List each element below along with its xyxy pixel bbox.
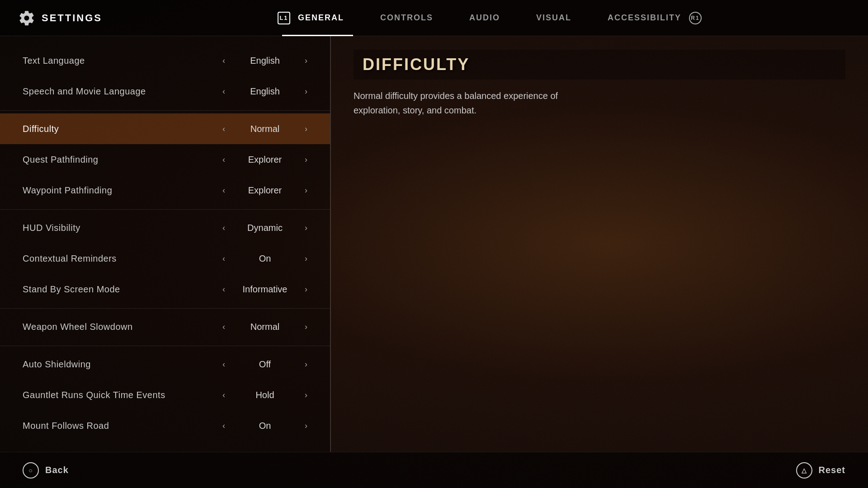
setting-text-language[interactable]: Text Language ‹ English › <box>0 45 330 76</box>
chevron-right-icon[interactable]: › <box>305 390 307 400</box>
footer: ○ Back △ Reset <box>0 452 868 488</box>
auto-shieldwing-control: ‹ Off › <box>222 359 307 370</box>
header: SETTINGS L1 GENERAL CONTROLS AUDIO VISUA… <box>0 0 868 36</box>
setting-gauntlet-runs-qte[interactable]: Gauntlet Runs Quick Time Events ‹ Hold › <box>0 380 330 410</box>
speech-language-control: ‹ English › <box>222 86 307 97</box>
setting-mount-follows-road[interactable]: Mount Follows Road ‹ On › <box>0 410 330 441</box>
chevron-left-icon[interactable]: ‹ <box>222 186 225 195</box>
gear-icon <box>18 9 35 27</box>
auto-shieldwing-label: Auto Shieldwing <box>23 359 222 370</box>
setting-speech-language[interactable]: Speech and Movie Language ‹ English › <box>0 76 330 107</box>
quest-pathfinding-value: Explorer <box>233 155 297 165</box>
chevron-left-icon[interactable]: ‹ <box>222 421 225 431</box>
chevron-left-icon[interactable]: ‹ <box>222 254 225 263</box>
text-language-label: Text Language <box>23 56 222 66</box>
waypoint-pathfinding-value: Explorer <box>233 185 297 196</box>
chevron-right-icon[interactable]: › <box>305 254 307 263</box>
combat-group: Weapon Wheel Slowdown ‹ Normal › <box>0 311 330 342</box>
divider-2 <box>0 209 330 210</box>
chevron-right-icon[interactable]: › <box>305 87 307 96</box>
hud-visibility-label: HUD Visibility <box>23 223 222 233</box>
tab-accessibility[interactable]: ACCESSIBILITY R1 <box>590 0 706 36</box>
setting-difficulty[interactable]: Difficulty ‹ Normal › <box>0 113 330 144</box>
divider-4 <box>0 346 330 346</box>
speech-language-value: English <box>233 86 297 97</box>
nav-tabs: L1 GENERAL CONTROLS AUDIO VISUAL ACCESSI… <box>129 0 850 36</box>
chevron-left-icon[interactable]: ‹ <box>222 56 225 66</box>
gauntlet-runs-qte-value: Hold <box>233 390 297 400</box>
contextual-reminders-value: On <box>233 253 297 264</box>
chevron-right-icon[interactable]: › <box>305 56 307 66</box>
tab-controls[interactable]: CONTROLS <box>362 0 451 36</box>
divider-1 <box>0 110 330 111</box>
chevron-right-icon[interactable]: › <box>305 223 307 233</box>
chevron-right-icon[interactable]: › <box>305 360 307 369</box>
back-label: Back <box>45 465 69 475</box>
stand-by-screen-control: ‹ Informative › <box>222 284 307 295</box>
setting-waypoint-pathfinding[interactable]: Waypoint Pathfinding ‹ Explorer › <box>0 175 330 206</box>
reset-button[interactable]: △ Reset <box>796 462 845 479</box>
hud-visibility-value: Dynamic <box>233 223 297 233</box>
setting-contextual-reminders[interactable]: Contextual Reminders ‹ On › <box>0 243 330 274</box>
stand-by-screen-value: Informative <box>233 284 297 295</box>
setting-auto-shieldwing[interactable]: Auto Shieldwing ‹ Off › <box>0 349 330 380</box>
weapon-wheel-control: ‹ Normal › <box>222 322 307 332</box>
hud-group: HUD Visibility ‹ Dynamic › Contextual Re… <box>0 212 330 305</box>
chevron-left-icon[interactable]: ‹ <box>222 322 225 332</box>
chevron-left-icon[interactable]: ‹ <box>222 87 225 96</box>
l1-badge: L1 <box>278 12 290 24</box>
triangle-icon: △ <box>796 462 812 479</box>
chevron-left-icon[interactable]: ‹ <box>222 223 225 233</box>
setting-hud-visibility[interactable]: HUD Visibility ‹ Dynamic › <box>0 212 330 243</box>
difficulty-label: Difficulty <box>23 124 222 134</box>
r1-badge: R1 <box>689 12 702 24</box>
weapon-wheel-value: Normal <box>233 322 297 332</box>
chevron-left-icon[interactable]: ‹ <box>222 390 225 400</box>
circle-icon: ○ <box>23 462 39 479</box>
mount-follows-road-label: Mount Follows Road <box>23 421 222 431</box>
contextual-reminders-control: ‹ On › <box>222 253 307 264</box>
quest-pathfinding-label: Quest Pathfinding <box>23 155 222 165</box>
difficulty-value: Normal <box>233 124 297 134</box>
chevron-right-icon[interactable]: › <box>305 155 307 164</box>
settings-logo: SETTINGS <box>18 9 102 27</box>
auto-shieldwing-value: Off <box>233 359 297 370</box>
settings-panel: Text Language ‹ English › Speech and Mov… <box>0 36 330 452</box>
mount-follows-road-control: ‹ On › <box>222 421 307 431</box>
setting-quest-pathfinding[interactable]: Quest Pathfinding ‹ Explorer › <box>0 144 330 175</box>
chevron-right-icon[interactable]: › <box>305 285 307 294</box>
description-text: Normal difficulty provides a balanced ex… <box>354 89 580 117</box>
text-language-value: English <box>233 56 297 66</box>
gauntlet-runs-qte-label: Gauntlet Runs Quick Time Events <box>23 390 222 400</box>
waypoint-pathfinding-control: ‹ Explorer › <box>222 185 307 196</box>
difficulty-control: ‹ Normal › <box>222 124 307 134</box>
chevron-left-icon[interactable]: ‹ <box>222 124 225 134</box>
chevron-left-icon[interactable]: ‹ <box>222 285 225 294</box>
tab-accessibility-label: ACCESSIBILITY <box>608 13 681 23</box>
weapon-wheel-label: Weapon Wheel Slowdown <box>23 322 222 332</box>
tab-controls-label: CONTROLS <box>380 13 433 23</box>
chevron-left-icon[interactable]: ‹ <box>222 155 225 164</box>
main-content: Text Language ‹ English › Speech and Mov… <box>0 36 868 452</box>
hud-visibility-control: ‹ Dynamic › <box>222 223 307 233</box>
contextual-reminders-label: Contextual Reminders <box>23 253 222 264</box>
tab-general[interactable]: L1 GENERAL <box>273 0 362 36</box>
tab-visual[interactable]: VISUAL <box>518 0 590 36</box>
chevron-left-icon[interactable]: ‹ <box>222 360 225 369</box>
quest-pathfinding-control: ‹ Explorer › <box>222 155 307 165</box>
tab-general-label: GENERAL <box>298 13 344 23</box>
chevron-right-icon[interactable]: › <box>305 421 307 431</box>
chevron-right-icon[interactable]: › <box>305 322 307 332</box>
speech-language-label: Speech and Movie Language <box>23 86 222 97</box>
setting-stand-by-screen[interactable]: Stand By Screen Mode ‹ Informative › <box>0 274 330 305</box>
chevron-right-icon[interactable]: › <box>305 186 307 195</box>
chevron-right-icon[interactable]: › <box>305 124 307 134</box>
setting-weapon-wheel[interactable]: Weapon Wheel Slowdown ‹ Normal › <box>0 311 330 342</box>
back-button[interactable]: ○ Back <box>23 462 69 479</box>
tab-audio[interactable]: AUDIO <box>451 0 518 36</box>
tab-visual-label: VISUAL <box>536 13 571 23</box>
language-group: Text Language ‹ English › Speech and Mov… <box>0 45 330 107</box>
waypoint-pathfinding-label: Waypoint Pathfinding <box>23 185 222 196</box>
settings-title: SETTINGS <box>42 12 102 24</box>
gauntlet-runs-qte-control: ‹ Hold › <box>222 390 307 400</box>
